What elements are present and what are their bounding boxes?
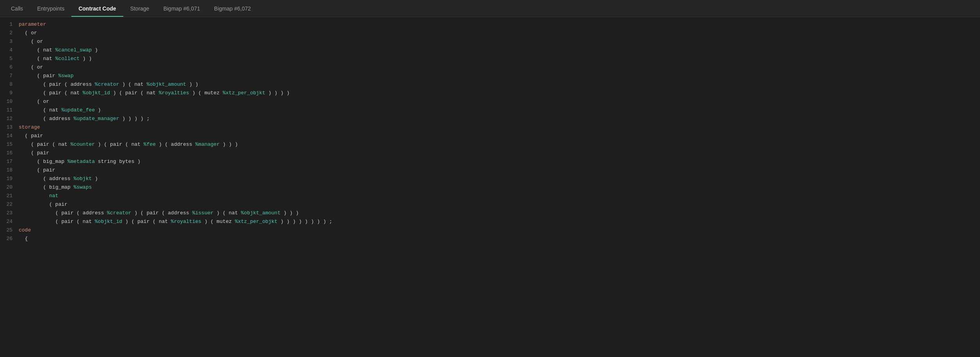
code-line-13: 13 storage (0, 124, 980, 133)
code-line-14: 14 ( pair (0, 133, 980, 141)
tab-calls[interactable]: Calls (4, 0, 30, 17)
line-content-26: { (19, 236, 28, 242)
code-line-22: 22 ( pair (0, 201, 980, 210)
tab-bigmap-6071-label: Bigmap #6,071 (163, 5, 200, 12)
line-num-19: 19 (0, 176, 19, 182)
line-num-12: 12 (0, 116, 19, 122)
line-num-10: 10 (0, 99, 19, 104)
code-line-2: 2 ( or (0, 30, 980, 38)
code-line-18: 18 ( pair (0, 167, 980, 175)
line-num-25: 25 (0, 227, 19, 233)
line-num-24: 24 (0, 219, 19, 224)
line-num-14: 14 (0, 133, 19, 139)
line-content-13: storage (19, 124, 40, 130)
line-content-8: ( pair ( address %creator ) ( nat %objkt… (19, 81, 198, 87)
code-line-26: 26 { (0, 235, 980, 244)
code-line-20: 20 ( big_map %swaps (0, 184, 980, 193)
line-num-3: 3 (0, 39, 19, 44)
tabs-bar: Calls Entrypoints Contract Code Storage … (0, 0, 980, 17)
tab-contract-code-label: Contract Code (78, 5, 116, 12)
code-line-16: 16 ( pair (0, 150, 980, 158)
code-line-15: 15 ( pair ( nat %counter ) ( pair ( nat … (0, 141, 980, 150)
line-content-15: ( pair ( nat %counter ) ( pair ( nat %fe… (19, 141, 238, 147)
code-line-23: 23 ( pair ( address %creator ) ( pair ( … (0, 210, 980, 218)
line-content-19: ( address %objkt ) (19, 176, 98, 182)
line-content-4: ( nat %cancel_swap ) (19, 47, 98, 53)
line-num-13: 13 (0, 124, 19, 130)
line-content-2: ( or (19, 30, 37, 36)
code-line-4: 4 ( nat %cancel_swap ) (0, 47, 980, 55)
line-content-12: ( address %update_manager ) ) ) ) ; (19, 116, 149, 122)
line-num-17: 17 (0, 159, 19, 164)
line-num-4: 4 (0, 47, 19, 53)
tab-bigmap-6071[interactable]: Bigmap #6,071 (156, 0, 207, 17)
line-content-10: ( or (19, 99, 49, 104)
tab-calls-label: Calls (11, 5, 23, 12)
code-line-1: 1 parameter (0, 21, 980, 30)
line-content-5: ( nat %collect ) ) (19, 56, 92, 62)
line-content-3: ( or (19, 39, 43, 44)
line-num-23: 23 (0, 210, 19, 216)
code-line-17: 17 ( big_map %metadata string bytes ) (0, 158, 980, 167)
line-content-14: ( pair (19, 133, 43, 139)
code-line-25: 25 code (0, 227, 980, 235)
line-content-6: ( or (19, 64, 43, 70)
line-content-20: ( big_map %swaps (19, 184, 92, 190)
line-content-1: parameter (19, 21, 46, 27)
line-content-9: ( pair ( nat %objkt_id ) ( pair ( nat %r… (19, 90, 289, 96)
code-line-19: 19 ( address %objkt ) (0, 175, 980, 184)
code-line-11: 11 ( nat %update_fee ) (0, 107, 980, 115)
code-line-9: 9 ( pair ( nat %objkt_id ) ( pair ( nat … (0, 90, 980, 98)
tab-storage[interactable]: Storage (123, 0, 156, 17)
code-line-5: 5 ( nat %collect ) ) (0, 55, 980, 64)
tab-entrypoints[interactable]: Entrypoints (30, 0, 71, 17)
line-num-11: 11 (0, 107, 19, 113)
line-num-8: 8 (0, 81, 19, 87)
line-content-16: ( pair (19, 150, 49, 156)
code-line-21: 21 nat (0, 193, 980, 201)
line-content-11: ( nat %update_fee ) (19, 107, 101, 113)
code-line-8: 8 ( pair ( address %creator ) ( nat %obj… (0, 81, 980, 90)
line-num-7: 7 (0, 73, 19, 79)
line-num-15: 15 (0, 141, 19, 147)
line-num-22: 22 (0, 201, 19, 207)
line-content-24: ( pair ( nat %objkt_id ) ( pair ( nat %r… (19, 219, 332, 224)
code-line-12: 12 ( address %update_manager ) ) ) ) ; (0, 115, 980, 124)
code-line-7: 7 ( pair %swap (0, 72, 980, 81)
tab-bigmap-6072-label: Bigmap #6,072 (214, 5, 251, 12)
code-line-10: 10 ( or (0, 98, 980, 107)
tab-contract-code[interactable]: Contract Code (71, 0, 123, 17)
code-line-6: 6 ( or (0, 64, 980, 72)
line-num-1: 1 (0, 21, 19, 27)
line-num-18: 18 (0, 167, 19, 173)
line-num-9: 9 (0, 90, 19, 96)
line-content-22: ( pair (19, 201, 67, 207)
tab-entrypoints-label: Entrypoints (37, 5, 64, 12)
code-area: 1 parameter 2 ( or 3 ( or 4 ( nat %cance… (0, 17, 980, 248)
line-content-25: code (19, 227, 31, 233)
line-num-21: 21 (0, 193, 19, 199)
line-num-5: 5 (0, 56, 19, 62)
line-content-7: ( pair %swap (19, 73, 73, 79)
tab-storage-label: Storage (130, 5, 149, 12)
line-num-20: 20 (0, 184, 19, 190)
line-num-16: 16 (0, 150, 19, 156)
line-num-2: 2 (0, 30, 19, 36)
tab-bigmap-6072[interactable]: Bigmap #6,072 (207, 0, 258, 17)
line-content-17: ( big_map %metadata string bytes ) (19, 159, 140, 164)
code-line-3: 3 ( or (0, 38, 980, 47)
line-content-18: ( pair (19, 167, 55, 173)
code-line-24: 24 ( pair ( nat %objkt_id ) ( pair ( nat… (0, 218, 980, 227)
line-content-21: nat (19, 193, 58, 199)
line-content-23: ( pair ( address %creator ) ( pair ( add… (19, 210, 299, 216)
line-num-26: 26 (0, 236, 19, 242)
line-num-6: 6 (0, 64, 19, 70)
